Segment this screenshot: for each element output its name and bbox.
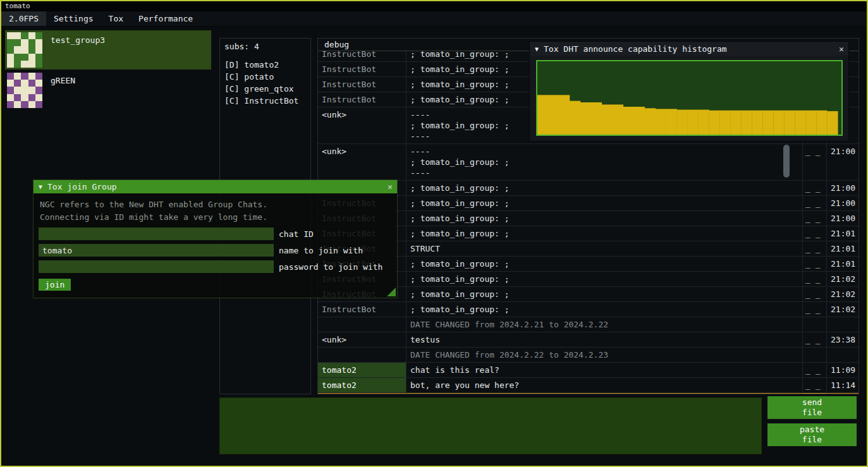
chat-flags: d (803, 393, 827, 394)
chat-flags: _ _ (803, 272, 827, 286)
chat-message: chat is this real? (406, 363, 803, 377)
chat-row[interactable]: tomato2bot, are you new here?_ _11:14 (318, 378, 859, 393)
chat-row[interactable]: InstructBot; tomato_in_group: ;_ _21:02 (318, 287, 859, 302)
chat-flags: _ _ (803, 196, 827, 210)
member-item[interactable]: [D] tomato2 (220, 59, 310, 71)
join-field-label: chat ID (279, 229, 314, 239)
chat-row[interactable]: InstructBot; tomato_in_group: ;_ _21:02 (318, 272, 859, 287)
menubar: 2.0FPSSettingsToxPerformance (1, 11, 867, 27)
window-titlebar[interactable]: tomato (1, 1, 867, 11)
menu-item-performance[interactable]: Performance (131, 11, 200, 26)
window-title: tomato (5, 2, 30, 10)
group-item-gREEN[interactable]: gREEN (5, 71, 211, 110)
chat-row[interactable]: InstructBot; tomato_in_group: ;_ _21:01 (318, 257, 859, 272)
paste-file-button[interactable]: paste file (767, 423, 857, 446)
join-field-chat-id[interactable] (39, 227, 274, 240)
chat-flags: _ _ (803, 181, 827, 195)
menu-item-tox[interactable]: Tox (101, 11, 131, 26)
chat-timestamp: 21:00 (827, 196, 859, 210)
chat-row[interactable]: InstructBot; tomato_in_group: ;_ _21:00 (318, 211, 859, 226)
chat-row[interactable]: InstructBot; tomato_in_group: ;_ _21:02 (318, 302, 859, 317)
join-field-password-to-join-with[interactable] (39, 260, 274, 273)
chat-scrollbar[interactable] (783, 145, 790, 178)
chat-flags (803, 348, 827, 362)
chat-message: ; tomato_in_group: ; (406, 257, 803, 271)
chat-sender: InstructBot (318, 393, 406, 394)
chat-sender: InstructBot (318, 92, 406, 107)
chat-timestamp: 21:01 (827, 257, 859, 271)
chat-row[interactable]: InstructBot; tomato_in_group: ;_ _21:00 (318, 196, 859, 211)
member-item[interactable]: [C] potato (220, 71, 310, 83)
group-list: test_group3gREEN (5, 30, 211, 111)
chat-timestamp: 21:01 (827, 241, 859, 256)
chat-message: DATE CHANGED from 2024.2.21 to 2024.2.22 (406, 317, 803, 332)
menu-item-2-0fps[interactable]: 2.0FPS (1, 11, 46, 26)
chat-row[interactable]: InstructBotNo, I've been in this group f… (318, 393, 859, 394)
subs-header: subs: 4 (220, 39, 310, 52)
tab-debug[interactable]: debug (318, 39, 355, 50)
chat-timestamp: 21:02 (827, 272, 859, 286)
chat-sender: InstructBot (318, 51, 406, 61)
chat-flags: _ _ (803, 302, 827, 317)
group-name: test_group3 (51, 35, 105, 45)
chat-row[interactable]: DATE CHANGED from 2024.2.21 to 2024.2.22 (318, 317, 859, 332)
join-field-row: password to join with (39, 260, 392, 273)
chat-timestamp (827, 348, 859, 362)
close-icon[interactable]: ✕ (834, 44, 848, 54)
dht-histogram-titlebar[interactable]: ▼ Tox DHT announce capability histogram … (530, 42, 848, 56)
close-icon[interactable]: ✕ (383, 182, 397, 191)
chat-row[interactable]: tomato2chat is this real?_ _11:09 (318, 363, 859, 378)
chat-timestamp: 11:14 (827, 378, 859, 392)
chat-row[interactable]: <unk>----; tomato_in_group: ;----_ _21:0… (318, 144, 859, 181)
join-field-label: password to join with (279, 262, 382, 272)
join-button[interactable]: join (39, 279, 71, 291)
chat-sender: <unk> (318, 144, 406, 180)
chat-timestamp: 21:02 (827, 302, 859, 317)
chat-row[interactable]: DATE CHANGED from 2024.2.22 to 2024.2.23 (318, 348, 859, 363)
chat-row[interactable]: InstructBot; tomato_in_group: ;_ _21:00 (318, 181, 859, 196)
chat-timestamp: 21:01 (827, 226, 859, 241)
dht-histogram-plot[interactable] (536, 60, 843, 136)
join-group-title: Tox join Group (47, 182, 383, 191)
members-list: [D] tomato2[C] potato[C] green_qtox[C] I… (220, 59, 310, 107)
chat-sender: InstructBot (318, 302, 406, 317)
join-group-titlebar[interactable]: ▼ Tox join Group ✕ (34, 180, 397, 193)
chat-sender: tomato2 (318, 378, 406, 392)
message-input[interactable] (219, 397, 762, 454)
chat-timestamp: 21:00 (827, 144, 859, 180)
join-info-line: Connecting via ID might take a very long… (34, 211, 397, 224)
chat-timestamp: 21:00 (827, 181, 859, 195)
chat-row[interactable]: <unk>testus_ _23:38 (318, 332, 859, 348)
collapse-arrow-icon[interactable]: ▼ (530, 45, 544, 52)
chat-row[interactable]: InstructBotSTRUCT_ _21:01 (318, 241, 859, 257)
resize-grip[interactable] (387, 288, 396, 296)
chat-flags: _ _ (803, 241, 827, 256)
group-item-test_group3[interactable]: test_group3 (5, 30, 211, 70)
chat-timestamp: 21:02 (827, 287, 859, 301)
send-file-button[interactable]: send file (767, 396, 857, 419)
chat-row[interactable]: InstructBot; tomato_in_group: ;_ _21:01 (318, 226, 859, 241)
chat-message: No, I've been in this group for quite so… (406, 393, 803, 394)
chat-message: ; tomato_in_group: ; (406, 272, 803, 286)
chat-sender (318, 317, 406, 332)
chat-message: ; tomato_in_group: ; (406, 196, 803, 210)
chat-message: ----; tomato_in_group: ;---- (406, 144, 803, 180)
chat-sender: <unk> (318, 107, 406, 143)
chat-message: bot, are you new here? (406, 378, 803, 392)
group-avatar (7, 32, 42, 68)
chat-timestamp: 23:38 (827, 332, 859, 347)
join-group-body: NGC refers to the New DHT enabled Group … (34, 193, 397, 298)
member-item[interactable]: [C] green_qtox (220, 83, 310, 95)
menu-item-settings[interactable]: Settings (46, 11, 101, 26)
chat-message: testus (406, 332, 803, 347)
member-item[interactable]: [C] InstructBot (220, 95, 310, 107)
dht-histogram-window: ▼ Tox DHT announce capability histogram … (529, 41, 849, 142)
join-field-name-to-join-with[interactable] (39, 244, 274, 257)
chat-timestamp: 21:00 (827, 211, 859, 226)
dht-histogram-bars (537, 61, 841, 135)
collapse-arrow-icon[interactable]: ▼ (34, 183, 47, 190)
chat-flags: _ _ (803, 378, 827, 392)
chat-message: STRUCT (406, 241, 803, 256)
chat-flags: _ _ (803, 211, 827, 226)
join-fields: chat IDname to join withpassword to join… (34, 227, 397, 273)
